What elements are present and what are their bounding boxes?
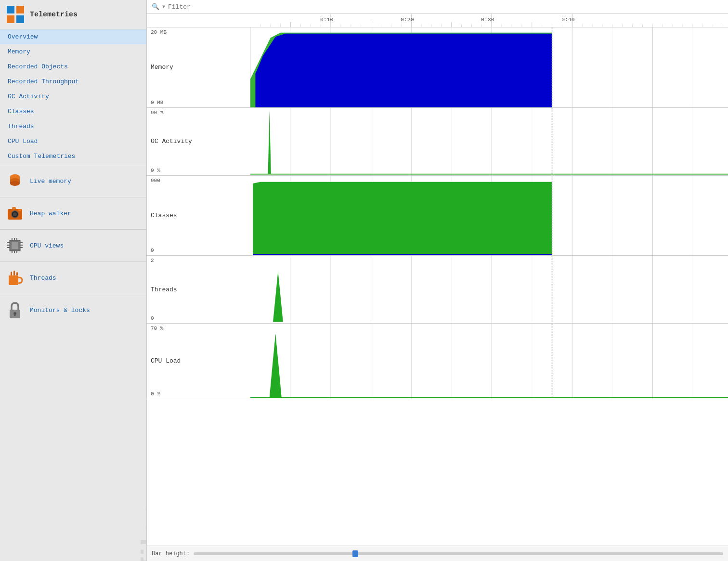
sidebar-item-overview[interactable]: Overview bbox=[0, 29, 146, 44]
cpu-label: CPU Load bbox=[151, 357, 181, 365]
svg-text:0:30: 0:30 bbox=[481, 17, 494, 23]
svg-marker-155 bbox=[265, 334, 286, 398]
memory-chart-svg bbox=[250, 27, 728, 107]
svg-rect-25 bbox=[12, 251, 13, 253]
charts-area: 0:10 0:20 0:30 0:40 bbox=[147, 14, 728, 546]
threads-label: Threads bbox=[151, 286, 177, 293]
app-title: Telemetries bbox=[30, 11, 78, 19]
svg-rect-3 bbox=[16, 15, 24, 23]
bar-height-label: Bar height: bbox=[152, 550, 190, 557]
svg-rect-29 bbox=[11, 272, 12, 275]
sidebar-item-memory[interactable]: Memory bbox=[0, 44, 146, 59]
threads-y-max: 2 bbox=[151, 258, 154, 263]
svg-rect-23 bbox=[14, 238, 15, 240]
svg-rect-17 bbox=[7, 245, 10, 246]
section-monitors-locks[interactable]: Monitors & locks bbox=[0, 294, 146, 326]
svg-rect-30 bbox=[13, 271, 15, 275]
filter-input[interactable] bbox=[168, 3, 723, 11]
filter-dropdown-icon[interactable]: ▼ bbox=[162, 4, 165, 10]
svg-text:0:20: 0:20 bbox=[401, 17, 414, 23]
monitors-locks-icon bbox=[6, 301, 24, 319]
threads-chart-svg bbox=[250, 256, 728, 323]
svg-rect-22 bbox=[12, 238, 13, 240]
app-header: Telemetries bbox=[0, 0, 146, 29]
cpu-y-max: 70 % bbox=[151, 326, 163, 331]
bar-height-thumb[interactable] bbox=[352, 550, 358, 557]
filter-bar: 🔍 ▼ bbox=[147, 0, 728, 14]
app-icon bbox=[6, 5, 25, 24]
filter-search-icon: 🔍 bbox=[152, 3, 159, 11]
memory-y-min: 0 MB bbox=[151, 100, 163, 105]
svg-marker-99 bbox=[255, 34, 552, 107]
nav-list: Overview Memory Recorded Objects Recorde… bbox=[0, 29, 146, 164]
svg-rect-2 bbox=[7, 15, 14, 23]
watermark: Profiler bbox=[134, 506, 147, 561]
section-cpu-views[interactable]: CPU views bbox=[0, 229, 146, 261]
sidebar-item-cpu-load[interactable]: CPU Load bbox=[0, 134, 146, 149]
svg-rect-13 bbox=[18, 209, 21, 211]
svg-rect-12 bbox=[12, 207, 16, 209]
cpu-chart-svg bbox=[250, 324, 728, 398]
chart-row-threads: 2 Threads 0 bbox=[147, 256, 728, 324]
cpu-views-icon bbox=[6, 236, 24, 255]
classes-chart-svg bbox=[250, 176, 728, 256]
chart-row-cpu: 70 % CPU Load 0 % bbox=[147, 324, 728, 399]
chart-row-memory: 20 MB Memory 0 MB bbox=[147, 27, 728, 108]
section-live-memory[interactable]: Live memory bbox=[0, 165, 146, 197]
section-heap-walker[interactable]: Heap walker bbox=[0, 197, 146, 229]
svg-rect-16 bbox=[7, 242, 10, 243]
sidebar-item-custom-telemetries[interactable]: Custom Telemetries bbox=[0, 149, 146, 164]
svg-rect-19 bbox=[20, 242, 23, 243]
svg-rect-15 bbox=[12, 242, 18, 249]
sidebar: Telemetries Overview Memory Recorded Obj… bbox=[0, 0, 147, 561]
timeline-header: 0:10 0:20 0:30 0:40 bbox=[250, 14, 728, 27]
svg-rect-24 bbox=[16, 238, 17, 240]
svg-text:0:10: 0:10 bbox=[320, 17, 334, 23]
svg-rect-21 bbox=[20, 247, 23, 248]
sidebar-item-threads[interactable]: Threads bbox=[0, 119, 146, 134]
svg-rect-26 bbox=[14, 251, 15, 253]
cpu-views-label: CPU views bbox=[30, 242, 64, 249]
svg-rect-31 bbox=[16, 272, 18, 275]
svg-rect-28 bbox=[9, 275, 18, 285]
threads-icon bbox=[6, 269, 24, 287]
sidebar-item-recorded-objects[interactable]: Recorded Objects bbox=[0, 59, 146, 74]
memory-label: Memory bbox=[151, 64, 173, 71]
live-memory-icon bbox=[6, 172, 24, 190]
sidebar-item-recorded-throughput[interactable]: Recorded Throughput bbox=[0, 74, 146, 89]
svg-rect-34 bbox=[14, 313, 16, 316]
svg-rect-27 bbox=[16, 251, 17, 253]
monitors-locks-label: Monitors & locks bbox=[30, 307, 90, 314]
classes-y-max: 900 bbox=[151, 178, 160, 183]
svg-point-11 bbox=[13, 212, 17, 216]
svg-marker-113 bbox=[264, 110, 274, 174]
sidebar-item-gc-activity[interactable]: GC Activity bbox=[0, 89, 146, 104]
svg-rect-1 bbox=[16, 6, 24, 13]
chart-row-classes: 900 Classes 0 bbox=[147, 176, 728, 256]
sidebar-item-classes[interactable]: Classes bbox=[0, 104, 146, 119]
bar-height-slider[interactable] bbox=[194, 552, 723, 555]
svg-marker-126 bbox=[253, 182, 552, 255]
heap-walker-icon bbox=[6, 204, 24, 222]
svg-point-8 bbox=[10, 181, 20, 186]
svg-rect-0 bbox=[7, 6, 14, 13]
gc-y-max: 90 % bbox=[151, 110, 163, 116]
threads-label: Threads bbox=[30, 274, 56, 282]
svg-rect-18 bbox=[7, 247, 10, 248]
section-threads[interactable]: Threads bbox=[0, 261, 146, 294]
memory-y-max: 20 MB bbox=[151, 29, 167, 35]
svg-text:0:40: 0:40 bbox=[561, 17, 575, 23]
gc-label: GC Activity bbox=[151, 138, 192, 145]
classes-y-min: 0 bbox=[151, 248, 154, 253]
svg-rect-20 bbox=[20, 245, 23, 246]
threads-y-min: 0 bbox=[151, 315, 154, 321]
main-content: 🔍 ▼ 0:10 0:20 bbox=[147, 0, 728, 561]
svg-marker-140 bbox=[260, 272, 296, 322]
bottom-bar: Bar height: bbox=[147, 546, 728, 561]
classes-label: Classes bbox=[151, 212, 177, 219]
gc-y-min: 0 % bbox=[151, 168, 160, 173]
cpu-y-min: 0 % bbox=[151, 391, 160, 397]
chart-row-gc: 90 % GC Activity 0 % bbox=[147, 108, 728, 176]
heap-walker-label: Heap walker bbox=[30, 210, 71, 217]
live-memory-label: Live memory bbox=[30, 178, 71, 185]
